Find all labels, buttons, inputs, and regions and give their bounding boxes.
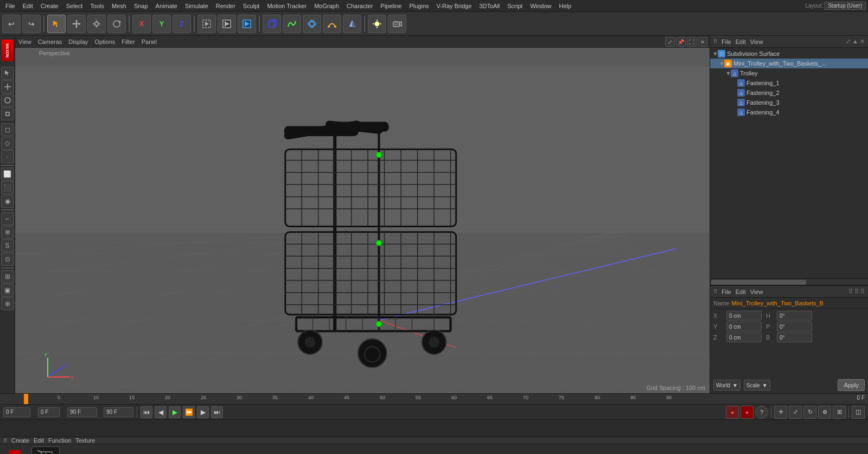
menu-character[interactable]: Character	[343, 2, 376, 10]
help-button[interactable]: ?	[755, 406, 768, 419]
scale-keys-button[interactable]: ⤢	[789, 406, 802, 419]
record-active-button[interactable]: ●	[741, 406, 754, 419]
go-to-start-button[interactable]: ⏮	[141, 406, 152, 418]
scale-button[interactable]	[87, 15, 106, 33]
tree-item-subdivision[interactable]: ▼ ⬡ Subdivision Surface	[710, 49, 868, 59]
menu-mesh[interactable]: Mesh	[108, 2, 130, 10]
attr-file[interactable]: File	[722, 289, 731, 295]
menu-mograph[interactable]: MoGraph	[311, 2, 342, 10]
timeline-track[interactable]	[0, 420, 868, 437]
scale-dropdown[interactable]: Scale ▼	[744, 380, 770, 391]
viewport-close-btn[interactable]: ✕	[698, 37, 707, 47]
viewport-menu-filter[interactable]: Filter	[122, 39, 135, 45]
viewport[interactable]: View Cameras Display Options Filter Pane…	[15, 36, 710, 393]
menu-motion-tracker[interactable]: Motion Tracker	[264, 2, 310, 10]
sidebar-rotate-icon[interactable]	[1, 94, 14, 107]
sidebar-select-icon[interactable]	[1, 67, 14, 80]
sidebar-cube-icon[interactable]: ⬛	[1, 181, 14, 194]
menu-tools[interactable]: Tools	[87, 2, 107, 10]
nurbs-button[interactable]	[303, 15, 321, 33]
timeline-icon-2[interactable]: ⊞	[833, 406, 846, 419]
layout-value[interactable]: Startup (User)	[824, 2, 866, 10]
go-to-end-button[interactable]: ⏭	[211, 406, 223, 418]
menu-edit[interactable]: Edit	[20, 2, 36, 10]
tree-item-fastening-1[interactable]: △ Fastening_1	[710, 78, 868, 88]
viewport-maximize-btn[interactable]: ⤢	[665, 37, 675, 47]
tree-item-trolley[interactable]: ▼ △ Trolley	[710, 68, 868, 78]
attr-view[interactable]: View	[750, 289, 763, 295]
prev-frame-button[interactable]: ◀	[155, 406, 167, 418]
menu-file[interactable]: File	[2, 2, 18, 10]
menu-script[interactable]: Script	[504, 2, 526, 10]
play-reverse-button[interactable]: ⏩	[183, 406, 195, 418]
z-axis-button[interactable]: Z	[173, 15, 191, 33]
light-button[interactable]	[368, 15, 386, 33]
attr-edit[interactable]: Edit	[736, 289, 746, 295]
right-panel-scrollbar[interactable]	[710, 278, 868, 285]
menu-create[interactable]: Create	[37, 2, 62, 10]
objmgr-edit[interactable]: Edit	[736, 39, 746, 45]
tree-item-fastening-4[interactable]: △ Fastening_4	[710, 107, 868, 117]
sidebar-point-icon[interactable]: ·	[1, 150, 14, 163]
objmgr-file[interactable]: File	[722, 39, 731, 45]
spline-button[interactable]	[283, 15, 301, 33]
tree-item-fastening-3[interactable]: △ Fastening_3	[710, 98, 868, 107]
sidebar-box-icon[interactable]: ⬜	[1, 168, 14, 181]
viewport-fullscreen-btn[interactable]: ⛶	[687, 37, 697, 47]
menu-window[interactable]: Window	[527, 2, 554, 10]
deformer-button[interactable]	[323, 15, 341, 33]
menu-pipeline[interactable]: Pipeline	[377, 2, 405, 10]
cube-button[interactable]	[263, 15, 281, 33]
sidebar-move-icon[interactable]	[1, 80, 14, 93]
play-button[interactable]: ▶	[169, 406, 181, 418]
rotate-keys-button[interactable]: ↻	[803, 406, 816, 419]
menu-vray[interactable]: V-Ray Bridge	[433, 2, 475, 10]
render-button[interactable]	[238, 15, 256, 33]
move-keys-button[interactable]: ✛	[774, 406, 787, 419]
camera-button[interactable]	[388, 15, 406, 33]
viewport-menu-options[interactable]: Options	[94, 39, 115, 45]
viewport-pin-btn[interactable]: 📌	[676, 37, 686, 47]
coord-b-input[interactable]	[777, 332, 812, 342]
y-axis-button[interactable]: Y	[152, 15, 171, 33]
redo-button[interactable]: ↪	[22, 15, 41, 33]
rotate-button[interactable]	[107, 15, 126, 33]
bottom-edit[interactable]: Edit	[34, 437, 44, 444]
sidebar-texture-icon[interactable]: ▣	[1, 284, 14, 297]
viewport-menu-cameras[interactable]: Cameras	[38, 39, 62, 45]
symmetry-button[interactable]	[343, 15, 361, 33]
move-button[interactable]	[67, 15, 86, 33]
next-frame-button[interactable]: ▶	[197, 406, 209, 418]
world-dropdown[interactable]: World ▼	[713, 380, 741, 391]
menu-snap[interactable]: Snap	[131, 2, 151, 10]
menu-plugins[interactable]: Plugins	[406, 2, 432, 10]
tree-item-fastening-2[interactable]: △ Fastening_2	[710, 88, 868, 98]
sidebar-grid-icon[interactable]: ⊞	[1, 270, 14, 283]
menu-3dtoall[interactable]: 3DToAll	[476, 2, 503, 10]
viewport-menu-view[interactable]: View	[18, 39, 31, 45]
objmgr-view[interactable]: View	[750, 39, 763, 45]
bottom-create[interactable]: Create	[11, 437, 29, 444]
menu-sculpt[interactable]: Sculpt	[240, 2, 263, 10]
bottom-texture[interactable]: Texture	[75, 437, 95, 444]
end-frame-field[interactable]: 90 F	[67, 407, 97, 417]
tree-item-mini-trolley[interactable]: ▼ ▣ Mini_Trolley_with_Two_Baskets_...	[710, 59, 868, 68]
current-frame-field[interactable]: 0 F	[38, 407, 60, 417]
x-axis-button[interactable]: X	[132, 15, 151, 33]
viewport-menu-panel[interactable]: Panel	[142, 39, 157, 45]
sidebar-snap-icon[interactable]: ⊕	[1, 297, 14, 310]
sidebar-symbol-icon[interactable]: S	[1, 239, 14, 252]
render-region-button[interactable]	[197, 15, 216, 33]
sidebar-sphere-icon[interactable]: ◉	[1, 195, 14, 208]
menu-help[interactable]: Help	[556, 2, 575, 10]
render-view-button[interactable]	[218, 15, 236, 33]
sidebar-scale-icon[interactable]	[1, 107, 14, 120]
coord-z-input[interactable]	[726, 332, 762, 342]
sidebar-magnet-icon[interactable]: ⊙	[1, 253, 14, 266]
start-frame-field[interactable]: 0 F	[3, 407, 30, 417]
coord-x-input[interactable]	[726, 311, 762, 321]
apply-button[interactable]: Apply	[838, 379, 865, 391]
viewport-menu-display[interactable]: Display	[68, 39, 88, 45]
undo-button[interactable]: ↩	[2, 15, 21, 33]
sidebar-measure-icon[interactable]: ⌐	[1, 212, 14, 225]
